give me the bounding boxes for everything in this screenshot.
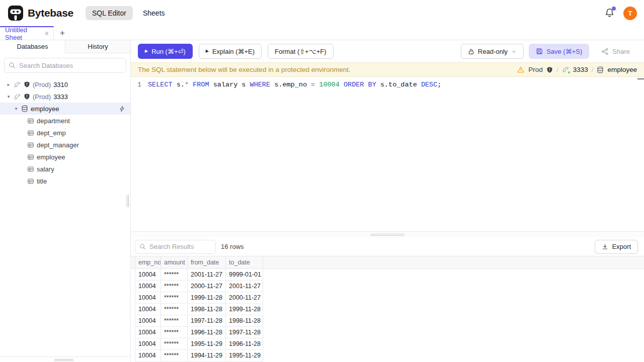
mysql-icon xyxy=(14,93,21,101)
tree-instance-3333[interactable]: ▾(Prod)3333 xyxy=(0,90,130,103)
tree-table-title[interactable]: title xyxy=(0,175,130,187)
table-row[interactable]: 10004******1996-11-281997-11-28 xyxy=(135,327,644,338)
table-icon xyxy=(27,118,34,124)
shield-icon xyxy=(24,93,30,100)
caret-down-icon[interactable]: ▾ xyxy=(14,106,19,111)
avatar[interactable]: T xyxy=(623,7,637,20)
table-cell: ****** xyxy=(161,292,188,304)
table-cell: 10004 xyxy=(135,304,161,315)
table-row[interactable]: 10004******1997-11-281998-11-28 xyxy=(135,315,644,327)
chevron-down-icon xyxy=(511,49,517,54)
column-header-from_date[interactable]: from_date xyxy=(188,256,226,268)
brand[interactable]: Bytebase xyxy=(8,6,73,21)
sheet-tab-label: Untitled Sheet xyxy=(5,26,41,41)
table-row[interactable]: 10004******1999-11-282000-11-27 xyxy=(135,292,644,304)
nav-sheets[interactable]: Sheets xyxy=(143,9,165,17)
tree-table-dept_manager[interactable]: dept_manager xyxy=(0,139,130,151)
table-icon xyxy=(27,166,34,172)
table-cell: 9999-01-01 xyxy=(226,269,263,281)
share-icon xyxy=(601,48,609,55)
drag-grip-icon xyxy=(370,234,405,236)
table-row[interactable]: 10004******1994-11-291995-11-29 xyxy=(135,350,644,361)
column-header-emp_no[interactable]: emp_no xyxy=(135,256,161,268)
run-button[interactable]: ▶ Run (⌘+⏎) xyxy=(138,44,193,59)
sheet-tab-strip: Untitled Sheet + xyxy=(0,26,644,40)
bolt-icon[interactable] xyxy=(119,106,125,112)
top-nav: SQL Editor Sheets xyxy=(86,6,165,20)
play-icon: ▶ xyxy=(206,49,209,53)
column-header-amount[interactable]: amount xyxy=(161,256,188,268)
explain-button[interactable]: ▶ Explain (⌘+E) xyxy=(199,44,262,59)
top-bar-right: T xyxy=(604,7,637,20)
sidebar: Databases History ▸(Prod)3310▾(Prod)3333… xyxy=(0,40,131,362)
sidebar-bottom-resize-handle[interactable] xyxy=(54,359,73,361)
protected-environment-banner: The SQL statement below will be executed… xyxy=(131,62,644,77)
table-cell: 10004 xyxy=(135,315,161,327)
instance-label[interactable]: 3333 xyxy=(573,66,588,73)
results-search[interactable] xyxy=(135,240,216,254)
tab-databases[interactable]: Databases xyxy=(0,40,65,53)
table-cell: 10004 xyxy=(135,281,161,292)
table-row[interactable]: 10004******2000-11-272001-11-27 xyxy=(135,281,644,292)
lock-icon xyxy=(468,48,474,55)
play-icon: ▶ xyxy=(145,49,148,53)
tree-instance-3310[interactable]: ▸(Prod)3310 xyxy=(0,78,130,90)
table-row[interactable]: 10004******2001-11-279999-01-01 xyxy=(135,269,644,281)
tree-table-dept_emp[interactable]: dept_emp xyxy=(0,127,130,139)
table-icon xyxy=(27,154,34,160)
caret-down-icon[interactable]: ▾ xyxy=(6,94,11,99)
shield-icon xyxy=(546,66,553,73)
table-cell: 10004 xyxy=(135,350,161,361)
table-icon xyxy=(27,142,34,148)
table-cell: 1996-11-28 xyxy=(226,338,263,350)
tree-table-employee[interactable]: employee xyxy=(0,151,130,163)
table-cell: 1999-11-28 xyxy=(226,304,263,315)
share-button[interactable]: Share xyxy=(594,44,637,59)
table-cell: 1998-11-28 xyxy=(226,315,263,327)
table-cell: ****** xyxy=(161,269,188,281)
caret-right-icon[interactable]: ▸ xyxy=(6,82,11,87)
database-label[interactable]: employee xyxy=(607,66,637,73)
table-icon xyxy=(27,178,34,185)
main-panel: ▶ Run (⌘+⏎) ▶ Explain (⌘+E) Format (⇧+⌥+… xyxy=(131,40,644,362)
bytebase-logo-icon xyxy=(8,6,23,21)
tree-table-salary[interactable]: salary xyxy=(0,163,130,175)
table-cell: 2001-11-27 xyxy=(188,269,226,281)
tab-history[interactable]: History xyxy=(65,40,130,53)
save-button[interactable]: Save (⌘+S) xyxy=(529,44,589,59)
notifications-bell-icon[interactable] xyxy=(604,8,615,19)
format-button[interactable]: Format (⇧+⌥+F) xyxy=(268,44,333,59)
code-line[interactable]: 1 SELECT s.* FROM salary s WHERE s.emp_n… xyxy=(131,80,644,89)
tab-untitled-sheet[interactable]: Untitled Sheet xyxy=(0,26,54,40)
table-cell: ****** xyxy=(161,304,188,315)
bytebase-sql-editor-window: Bytebase SQL Editor Sheets T Untitled Sh… xyxy=(0,0,644,362)
table-row[interactable]: 10004******1995-11-291996-11-28 xyxy=(135,338,644,350)
readonly-mode-dropdown[interactable]: Read-only xyxy=(461,44,524,59)
sidebar-resize-handle[interactable] xyxy=(127,195,130,207)
table-row[interactable]: 10004******1998-11-281999-11-28 xyxy=(135,304,644,315)
table-cell: 1995-11-29 xyxy=(188,338,226,350)
results-resize-handle[interactable] xyxy=(131,231,644,237)
add-sheet-button[interactable]: + xyxy=(54,26,71,40)
results-toolbar: 16 rows Export xyxy=(131,237,644,256)
save-icon xyxy=(536,48,543,55)
unread-badge xyxy=(612,7,616,11)
connection-status-dot xyxy=(568,71,571,74)
environment-label: Prod xyxy=(528,66,543,73)
database-search-input[interactable] xyxy=(19,62,122,69)
sql-editor[interactable]: 1 SELECT s.* FROM salary s WHERE s.emp_n… xyxy=(131,77,644,231)
column-header-to_date[interactable]: to_date xyxy=(226,256,263,268)
table-cell: 10004 xyxy=(135,327,161,338)
table-cell: 1995-11-29 xyxy=(226,350,263,361)
nav-sql-editor[interactable]: SQL Editor xyxy=(86,6,133,20)
line-number: 1 xyxy=(131,81,148,88)
tree-database-employee[interactable]: ▾employee xyxy=(0,103,130,115)
database-search[interactable] xyxy=(4,58,126,73)
table-cell: ****** xyxy=(161,281,188,292)
search-icon xyxy=(139,243,146,250)
table-body: 10004******2001-11-279999-01-0110004****… xyxy=(131,269,644,361)
export-button[interactable]: Export xyxy=(595,240,638,254)
sidebar-tabs: Databases History xyxy=(0,40,130,53)
overview-ruler-cursor-mark xyxy=(637,78,644,79)
tree-table-department[interactable]: department xyxy=(0,115,130,127)
